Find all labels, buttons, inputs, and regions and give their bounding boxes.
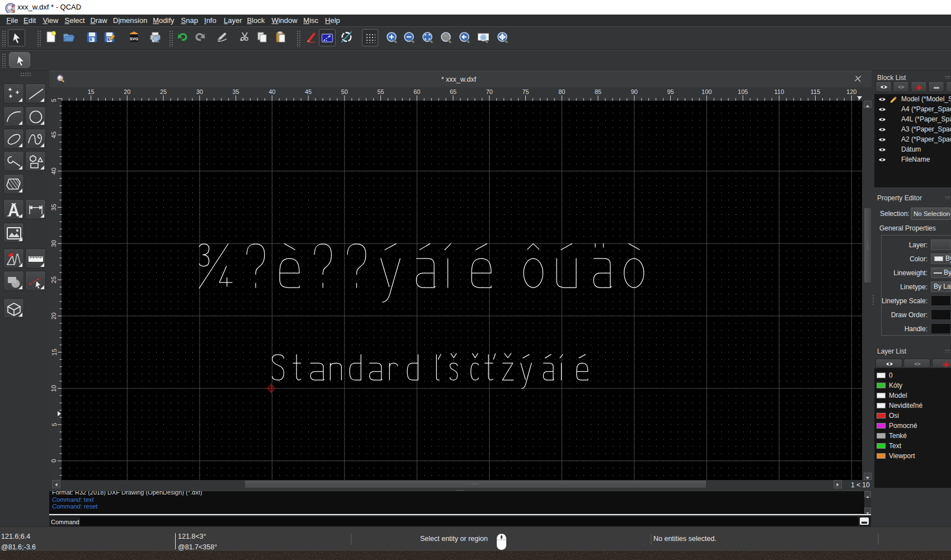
svg-text:55: 55 bbox=[377, 88, 384, 95]
svg-text:115: 115 bbox=[811, 88, 821, 95]
svg-text:0: 0 bbox=[51, 459, 58, 463]
svg-text:25: 25 bbox=[160, 88, 167, 95]
svg-text:30: 30 bbox=[196, 88, 203, 95]
svg-text:20: 20 bbox=[124, 88, 130, 95]
svg-text:25: 25 bbox=[51, 276, 58, 283]
svg-text:20: 20 bbox=[51, 313, 58, 319]
svg-text:85: 85 bbox=[595, 88, 601, 95]
svg-text:10: 10 bbox=[51, 385, 58, 392]
svg-text:75: 75 bbox=[522, 88, 529, 95]
svg-text:5: 5 bbox=[51, 423, 58, 426]
svg-text:45: 45 bbox=[51, 131, 58, 138]
svg-text:90: 90 bbox=[631, 88, 638, 95]
svg-text:15: 15 bbox=[51, 349, 58, 355]
svg-text:95: 95 bbox=[667, 88, 674, 95]
svg-text:105: 105 bbox=[738, 88, 748, 95]
svg-text:35: 35 bbox=[232, 88, 239, 95]
svg-text:45: 45 bbox=[305, 88, 312, 95]
svg-text:100: 100 bbox=[702, 88, 712, 95]
svg-text:80: 80 bbox=[558, 88, 565, 95]
svg-text:30: 30 bbox=[51, 240, 58, 247]
svg-text:110: 110 bbox=[774, 88, 784, 95]
svg-text:65: 65 bbox=[450, 88, 456, 95]
svg-text:15: 15 bbox=[87, 88, 94, 95]
svg-text:50: 50 bbox=[341, 88, 348, 95]
svg-text:40: 40 bbox=[51, 168, 58, 175]
svg-text:* xxx_w.dxf: * xxx_w.dxf bbox=[441, 76, 477, 83]
svg-text:120: 120 bbox=[846, 88, 856, 95]
svg-text:70: 70 bbox=[486, 88, 493, 95]
svg-text:35: 35 bbox=[51, 204, 58, 210]
svg-text:60: 60 bbox=[413, 88, 420, 95]
svg-text:40: 40 bbox=[269, 88, 275, 95]
